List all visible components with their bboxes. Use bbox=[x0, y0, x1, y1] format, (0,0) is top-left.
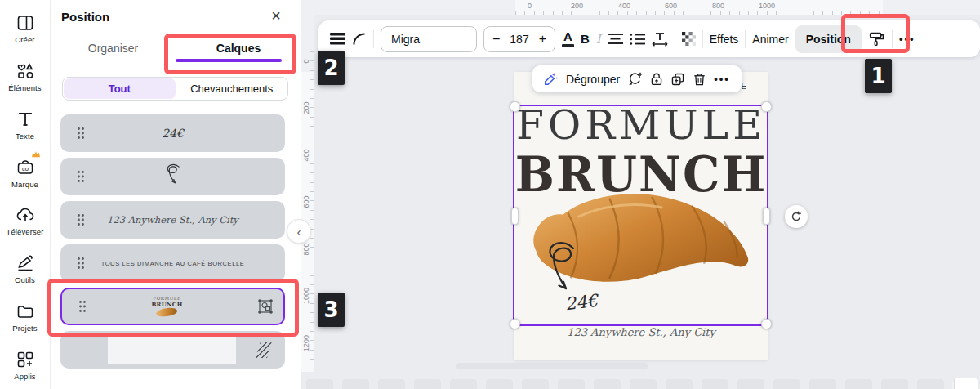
page-thumbnail[interactable] bbox=[773, 379, 800, 389]
group-select-icon[interactable] bbox=[247, 297, 283, 315]
sidebar-item-televerser[interactable]: Téléverser bbox=[0, 197, 51, 245]
position-button[interactable]: Position bbox=[795, 25, 862, 53]
step-badge-3: 3 bbox=[318, 293, 345, 327]
sidebar-item-projets[interactable]: Projets bbox=[0, 293, 51, 342]
comment-icon[interactable] bbox=[627, 71, 643, 87]
layer-row-background[interactable] bbox=[60, 331, 285, 369]
drag-handle-icon[interactable] bbox=[77, 127, 85, 140]
subtab-chevauchements[interactable]: Chevauchements bbox=[176, 78, 288, 100]
sidebar-item-label: Texte bbox=[16, 132, 34, 141]
panel-title: Position bbox=[61, 10, 109, 24]
trash-icon[interactable] bbox=[693, 72, 706, 87]
page-thumbnail[interactable] bbox=[486, 379, 513, 389]
sidebar-item-creer[interactable]: Créer bbox=[0, 5, 51, 53]
selection-handle-se[interactable] bbox=[761, 319, 772, 329]
drag-handle-icon[interactable] bbox=[77, 257, 85, 270]
sidebar-item-label: Projets bbox=[12, 324, 37, 333]
sidebar-item-label: Éléments bbox=[8, 83, 41, 92]
page-thumbnail[interactable] bbox=[845, 379, 872, 389]
sidebar-item-elements[interactable]: Éléments bbox=[0, 53, 51, 101]
layer-row-group-selected[interactable]: FORMULE BRUNCH bbox=[60, 288, 285, 325]
ruler-left: 0 200 400 600 800 1000 1200 bbox=[301, 15, 314, 372]
page-thumbnail[interactable] bbox=[917, 379, 944, 389]
layer-row-price[interactable]: 24€ bbox=[60, 114, 285, 152]
selection-more-button[interactable]: ••• bbox=[714, 73, 730, 85]
page-thumbnail[interactable] bbox=[378, 379, 405, 389]
page-thumbnail[interactable] bbox=[666, 379, 693, 389]
selection-handle-sw[interactable] bbox=[510, 319, 520, 329]
page-thumbnail[interactable] bbox=[306, 379, 333, 389]
layer-row-headline[interactable]: TOUS LES DIMANCHE AU CAFÉ BORCELLE bbox=[60, 244, 285, 282]
swirl-arrow-icon bbox=[85, 163, 261, 190]
page-thumbnail[interactable] bbox=[594, 379, 621, 389]
lock-icon[interactable] bbox=[650, 72, 663, 87]
ruler-top: 0 200 400 600 800 1000 bbox=[301, 0, 980, 15]
rotate-handle[interactable] bbox=[785, 205, 808, 228]
sidebar-item-applis[interactable]: Applis bbox=[0, 341, 51, 389]
font-family-select[interactable]: Migra bbox=[381, 26, 477, 52]
horizontal-scrollbar[interactable] bbox=[456, 363, 648, 369]
page-thumbnail[interactable] bbox=[522, 379, 549, 389]
transparency-icon[interactable] bbox=[682, 32, 696, 46]
curve-text-icon[interactable] bbox=[352, 32, 367, 47]
page-thumbnail[interactable] bbox=[737, 379, 764, 389]
page-thumbnail[interactable] bbox=[558, 379, 585, 389]
bold-button[interactable]: B bbox=[581, 32, 590, 46]
close-icon[interactable]: × bbox=[266, 6, 286, 25]
drag-handle-icon[interactable] bbox=[78, 300, 87, 313]
animer-button[interactable]: Animer bbox=[752, 33, 788, 46]
layer-row-address[interactable]: 123 Anywhere St., Any City bbox=[60, 201, 285, 239]
selection-toolbar: Dégrouper ••• bbox=[532, 65, 742, 92]
page-thumbnail[interactable] bbox=[414, 379, 441, 389]
pages-filmstrip bbox=[306, 379, 968, 389]
italic-button[interactable]: I bbox=[596, 32, 601, 47]
toolbar-more-button[interactable]: ••• bbox=[899, 33, 915, 45]
magic-edit-icon[interactable] bbox=[542, 71, 559, 87]
text-align-icon[interactable] bbox=[608, 33, 623, 45]
sidebar-item-outils[interactable]: Outils bbox=[0, 245, 51, 293]
page-thumbnail[interactable] bbox=[450, 379, 477, 389]
brand-icon: co bbox=[16, 158, 35, 177]
subtab-tout[interactable]: Tout bbox=[64, 78, 176, 99]
layers-filter-segmented: Tout Chevauchements bbox=[62, 77, 288, 101]
page-thumbnail[interactable] bbox=[702, 379, 728, 389]
page-thumbnail[interactable] bbox=[881, 379, 908, 389]
hatch-icon bbox=[256, 342, 272, 358]
canva-app: Créer Éléments Texte co Marque bbox=[0, 0, 980, 389]
degrouper-button[interactable]: Dégrouper bbox=[566, 73, 620, 86]
selection-handle-e[interactable] bbox=[763, 208, 770, 225]
list-icon[interactable] bbox=[630, 33, 645, 46]
selection-handle-ne[interactable] bbox=[761, 101, 772, 112]
group-thumbnail: FORMULE BRUNCH bbox=[151, 297, 182, 316]
font-size-increase[interactable]: + bbox=[539, 32, 546, 47]
layer-label: 123 Anywhere St., Any City bbox=[85, 214, 261, 226]
sidebar-item-marque[interactable]: co Marque bbox=[0, 149, 51, 197]
selection-handle-nw[interactable] bbox=[510, 101, 520, 112]
page-thumbnail[interactable] bbox=[630, 379, 657, 389]
position-panel: Position × Organiser Calques Tout Chevau… bbox=[51, 0, 301, 389]
panel-collapse-button[interactable]: ‹ bbox=[287, 219, 311, 244]
pages-stack-icon[interactable] bbox=[954, 378, 978, 389]
effets-button[interactable]: Effets bbox=[710, 33, 739, 46]
sidebar-item-label: Créer bbox=[15, 35, 34, 44]
font-size-value[interactable]: 187 bbox=[510, 33, 528, 46]
page-thumbnail[interactable] bbox=[809, 379, 836, 389]
font-size-decrease[interactable]: − bbox=[492, 32, 500, 47]
justify-icon[interactable] bbox=[330, 33, 345, 45]
drag-handle-icon[interactable] bbox=[77, 170, 85, 183]
layer-row-swirl[interactable] bbox=[60, 158, 285, 195]
tab-organiser[interactable]: Organiser bbox=[51, 38, 176, 59]
text-color-button[interactable]: A bbox=[562, 30, 574, 47]
letter-spacing-icon[interactable] bbox=[652, 32, 668, 47]
sidebar-item-label: Outils bbox=[15, 275, 35, 284]
duplicate-icon[interactable] bbox=[670, 72, 685, 87]
drag-handle-icon[interactable] bbox=[77, 213, 85, 226]
font-size-stepper[interactable]: − 187 + bbox=[483, 26, 555, 52]
paint-roller-icon[interactable] bbox=[868, 30, 885, 47]
selection-handle-w[interactable] bbox=[511, 208, 519, 225]
sidebar-item-texte[interactable]: Texte bbox=[0, 101, 51, 150]
selection-box[interactable] bbox=[513, 105, 768, 326]
tab-calques[interactable]: Calques bbox=[176, 38, 301, 59]
layer-label: 24€ bbox=[85, 127, 261, 140]
page-thumbnail[interactable] bbox=[342, 379, 369, 389]
